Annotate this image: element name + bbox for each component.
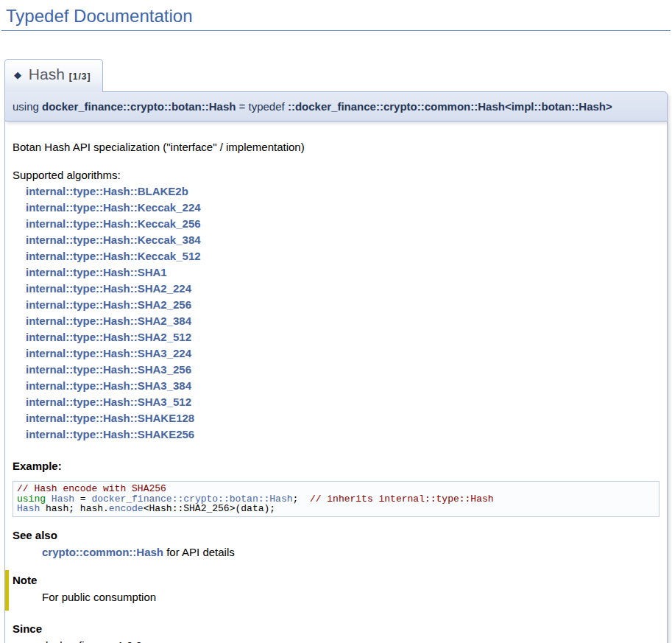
code-text: <Hash::SHA2_256>(data);: [144, 503, 275, 514]
member-doc: Botan Hash API specialization ("interfac…: [4, 122, 668, 643]
algorithm-link[interactable]: internal::type::Hash::Keccak_256: [26, 216, 659, 232]
code-line: Hash hash; hash.encode<Hash::SHA2_256>(d…: [17, 504, 655, 514]
overload-badge: [1/3]: [69, 71, 91, 82]
note-section: Note For public consumption: [5, 570, 659, 611]
algorithm-link[interactable]: internal::type::Hash::SHA2_224: [26, 281, 659, 297]
code-line: using Hash = docker_finance::crypto::bot…: [17, 494, 655, 505]
algorithm-link[interactable]: internal::type::Hash::SHA2_384: [26, 313, 659, 329]
since-heading: Since: [13, 621, 659, 636]
algorithm-link[interactable]: internal::type::Hash::BLAKE2b: [26, 183, 659, 200]
algorithm-link[interactable]: internal::type::Hash::SHA3_512: [26, 394, 659, 410]
algorithm-link[interactable]: internal::type::Hash::Keccak_384: [26, 232, 659, 248]
member-prototype: using docker_finance::crypto::botan::Has…: [4, 91, 668, 122]
algorithm-link[interactable]: internal::type::Hash::SHA3_384: [26, 378, 659, 394]
since-text: docker-finance 1.0.0: [42, 638, 659, 643]
member-tab: ◆ Hash [1/3]: [4, 59, 103, 92]
algorithm-link[interactable]: internal::type::Hash::SHA2_256: [26, 297, 659, 313]
algorithm-link[interactable]: internal::type::Hash::SHA2_512: [26, 329, 659, 345]
code-block: // Hash encode with SHA256 using Hash = …: [13, 481, 659, 517]
note-heading: Note: [13, 572, 659, 588]
member-name: Hash: [29, 66, 65, 82]
proto-equals: = typedef: [239, 100, 285, 113]
code-line: // Hash encode with SHA256: [17, 484, 655, 494]
algorithm-link[interactable]: internal::type::Hash::Keccak_224: [26, 200, 659, 216]
see-also-heading: See also: [13, 527, 659, 543]
code-link[interactable]: Hash: [17, 503, 40, 514]
code-text: ;: [293, 493, 310, 505]
intro-text: Botan Hash API specialization ("interfac…: [13, 139, 659, 155]
algorithm-link[interactable]: internal::type::Hash::SHAKE128: [26, 410, 659, 426]
proto-type: ::docker_finance::crypto::common::Hash<i…: [288, 100, 612, 113]
example-heading: Example:: [13, 459, 659, 474]
page-title: Typedef Documentation: [1, 4, 671, 31]
algorithms-list: internal::type::Hash::BLAKE2b internal::…: [13, 183, 659, 443]
proto-name: docker_finance::crypto::botan::Hash: [42, 100, 236, 113]
algorithm-link[interactable]: internal::type::Hash::SHA3_256: [26, 362, 659, 378]
see-also-section: See also crypto::common::Hash for API de…: [13, 527, 659, 560]
algorithm-link[interactable]: internal::type::Hash::Keccak_512: [26, 248, 659, 264]
code-text: hash; hash.: [40, 503, 109, 514]
algorithm-link[interactable]: internal::type::Hash::SHA1: [26, 264, 659, 281]
see-also-link[interactable]: crypto::common::Hash: [42, 546, 163, 558]
algorithms-label: Supported algorithms:: [13, 167, 659, 183]
code-comment: // inherits internal::type::Hash: [310, 493, 494, 505]
algorithm-link[interactable]: internal::type::Hash::SHAKE256: [26, 426, 659, 443]
note-text: For public consumption: [42, 589, 659, 605]
since-section: Since docker-finance 1.0.0: [13, 621, 659, 643]
algorithm-link[interactable]: internal::type::Hash::SHA3_224: [26, 345, 659, 362]
see-also-text: for API details: [166, 546, 235, 558]
code-link[interactable]: encode: [109, 503, 144, 514]
proto-keyword: using: [13, 100, 39, 113]
permalink-diamond-icon[interactable]: ◆: [14, 69, 24, 80]
member-item: ◆ Hash [1/3] using docker_finance::crypt…: [4, 59, 668, 643]
